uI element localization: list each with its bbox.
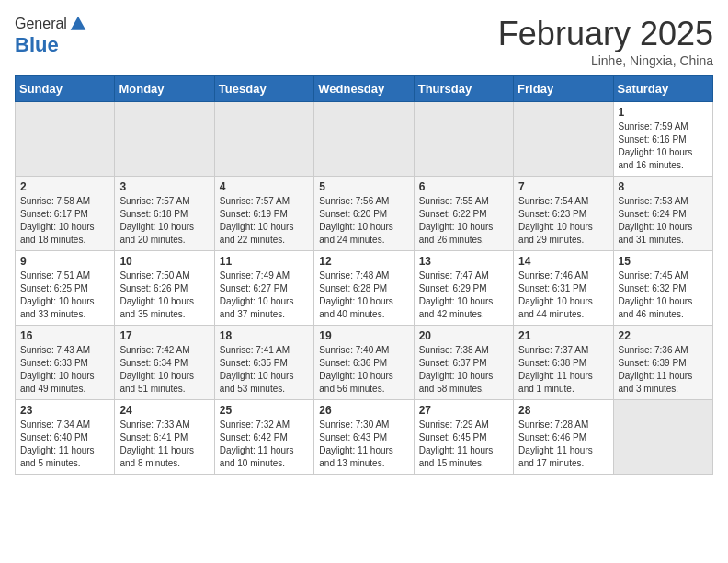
day-info: Sunrise: 7:54 AM Sunset: 6:23 PM Dayligh… — [518, 195, 608, 247]
day-info: Sunrise: 7:57 AM Sunset: 6:18 PM Dayligh… — [119, 195, 209, 247]
calendar-header-row: SundayMondayTuesdayWednesdayThursdayFrid… — [16, 76, 713, 102]
week-row-3: 9Sunrise: 7:51 AM Sunset: 6:25 PM Daylig… — [16, 251, 713, 326]
day-cell-17: 17Sunrise: 7:42 AM Sunset: 6:34 PM Dayli… — [115, 326, 214, 400]
day-info: Sunrise: 7:37 AM Sunset: 6:38 PM Dayligh… — [518, 344, 608, 396]
day-info: Sunrise: 7:34 AM Sunset: 6:40 PM Dayligh… — [20, 419, 109, 470]
day-number: 12 — [319, 255, 408, 268]
day-number: 22 — [619, 329, 708, 342]
day-number: 1 — [619, 106, 708, 119]
day-number: 8 — [619, 180, 708, 193]
day-of-week-thursday: Thursday — [414, 76, 513, 102]
day-number: 23 — [20, 404, 109, 417]
empty-cell — [613, 400, 712, 475]
day-cell-11: 11Sunrise: 7:49 AM Sunset: 6:27 PM Dayli… — [214, 251, 313, 326]
day-number: 9 — [20, 255, 109, 268]
day-number: 3 — [119, 180, 209, 193]
day-cell-23: 23Sunrise: 7:34 AM Sunset: 6:40 PM Dayli… — [16, 400, 115, 475]
day-info: Sunrise: 7:36 AM Sunset: 6:39 PM Dayligh… — [619, 344, 708, 396]
day-info: Sunrise: 7:56 AM Sunset: 6:20 PM Dayligh… — [319, 195, 408, 247]
day-info: Sunrise: 7:47 AM Sunset: 6:29 PM Dayligh… — [419, 270, 508, 321]
day-info: Sunrise: 7:32 AM Sunset: 6:42 PM Dayligh… — [220, 419, 309, 470]
day-of-week-sunday: Sunday — [16, 76, 115, 102]
day-cell-4: 4Sunrise: 7:57 AM Sunset: 6:19 PM Daylig… — [214, 177, 313, 251]
day-cell-9: 9Sunrise: 7:51 AM Sunset: 6:25 PM Daylig… — [16, 251, 115, 326]
day-cell-12: 12Sunrise: 7:48 AM Sunset: 6:28 PM Dayli… — [314, 251, 414, 326]
day-cell-19: 19Sunrise: 7:40 AM Sunset: 6:36 PM Dayli… — [314, 326, 414, 400]
day-info: Sunrise: 7:57 AM Sunset: 6:19 PM Dayligh… — [220, 195, 309, 247]
day-cell-16: 16Sunrise: 7:43 AM Sunset: 6:33 PM Dayli… — [16, 326, 115, 400]
page-header: General Blue February 2025 Linhe, Ningxi… — [15, 15, 713, 68]
day-info: Sunrise: 7:30 AM Sunset: 6:43 PM Dayligh… — [319, 419, 408, 470]
day-number: 17 — [119, 329, 209, 342]
day-cell-25: 25Sunrise: 7:32 AM Sunset: 6:42 PM Dayli… — [214, 400, 313, 475]
day-number: 6 — [419, 180, 508, 193]
logo: General Blue — [15, 15, 87, 57]
logo-blue-text: Blue — [15, 33, 59, 56]
day-number: 7 — [518, 180, 608, 193]
day-number: 26 — [319, 404, 408, 417]
day-cell-24: 24Sunrise: 7:33 AM Sunset: 6:41 PM Dayli… — [115, 400, 214, 475]
day-number: 15 — [619, 255, 708, 268]
day-info: Sunrise: 7:51 AM Sunset: 6:25 PM Dayligh… — [20, 270, 109, 321]
day-info: Sunrise: 7:53 AM Sunset: 6:24 PM Dayligh… — [619, 195, 708, 247]
day-cell-5: 5Sunrise: 7:56 AM Sunset: 6:20 PM Daylig… — [314, 177, 414, 251]
week-row-2: 2Sunrise: 7:58 AM Sunset: 6:17 PM Daylig… — [16, 177, 713, 251]
day-cell-14: 14Sunrise: 7:46 AM Sunset: 6:31 PM Dayli… — [514, 251, 613, 326]
title-section: February 2025 Linhe, Ningxia, China — [498, 15, 713, 68]
day-info: Sunrise: 7:46 AM Sunset: 6:31 PM Dayligh… — [518, 270, 608, 321]
day-cell-22: 22Sunrise: 7:36 AM Sunset: 6:39 PM Dayli… — [613, 326, 712, 400]
day-number: 5 — [319, 180, 408, 193]
day-info: Sunrise: 7:43 AM Sunset: 6:33 PM Dayligh… — [20, 344, 109, 396]
day-number: 21 — [518, 329, 608, 342]
day-number: 4 — [220, 180, 309, 193]
page-subtitle: Linhe, Ningxia, China — [498, 53, 713, 68]
day-cell-10: 10Sunrise: 7:50 AM Sunset: 6:26 PM Dayli… — [115, 251, 214, 326]
day-number: 20 — [419, 329, 508, 342]
day-of-week-monday: Monday — [115, 76, 214, 102]
day-of-week-wednesday: Wednesday — [314, 76, 414, 102]
week-row-5: 23Sunrise: 7:34 AM Sunset: 6:40 PM Dayli… — [16, 400, 713, 475]
day-cell-26: 26Sunrise: 7:30 AM Sunset: 6:43 PM Dayli… — [314, 400, 414, 475]
day-of-week-tuesday: Tuesday — [214, 76, 313, 102]
logo-icon — [69, 15, 87, 33]
page-title: February 2025 — [498, 15, 713, 53]
day-number: 10 — [119, 255, 209, 268]
day-number: 11 — [220, 255, 309, 268]
day-cell-15: 15Sunrise: 7:45 AM Sunset: 6:32 PM Dayli… — [613, 251, 712, 326]
day-cell-7: 7Sunrise: 7:54 AM Sunset: 6:23 PM Daylig… — [514, 177, 613, 251]
day-info: Sunrise: 7:41 AM Sunset: 6:35 PM Dayligh… — [220, 344, 309, 396]
calendar-table: SundayMondayTuesdayWednesdayThursdayFrid… — [15, 75, 713, 475]
day-number: 25 — [220, 404, 309, 417]
day-info: Sunrise: 7:28 AM Sunset: 6:46 PM Dayligh… — [518, 419, 608, 470]
day-cell-21: 21Sunrise: 7:37 AM Sunset: 6:38 PM Dayli… — [514, 326, 613, 400]
day-number: 28 — [518, 404, 608, 417]
day-number: 27 — [419, 404, 508, 417]
day-info: Sunrise: 7:42 AM Sunset: 6:34 PM Dayligh… — [119, 344, 209, 396]
empty-cell — [115, 102, 214, 177]
day-cell-8: 8Sunrise: 7:53 AM Sunset: 6:24 PM Daylig… — [613, 177, 712, 251]
empty-cell — [514, 102, 613, 177]
empty-cell — [314, 102, 414, 177]
day-info: Sunrise: 7:29 AM Sunset: 6:45 PM Dayligh… — [419, 419, 508, 470]
day-cell-13: 13Sunrise: 7:47 AM Sunset: 6:29 PM Dayli… — [414, 251, 513, 326]
day-cell-18: 18Sunrise: 7:41 AM Sunset: 6:35 PM Dayli… — [214, 326, 313, 400]
day-cell-2: 2Sunrise: 7:58 AM Sunset: 6:17 PM Daylig… — [16, 177, 115, 251]
day-cell-27: 27Sunrise: 7:29 AM Sunset: 6:45 PM Dayli… — [414, 400, 513, 475]
day-number: 19 — [319, 329, 408, 342]
day-info: Sunrise: 7:59 AM Sunset: 6:16 PM Dayligh… — [619, 121, 708, 172]
day-number: 16 — [20, 329, 109, 342]
day-info: Sunrise: 7:58 AM Sunset: 6:17 PM Dayligh… — [20, 195, 109, 247]
day-info: Sunrise: 7:45 AM Sunset: 6:32 PM Dayligh… — [619, 270, 708, 321]
day-number: 14 — [518, 255, 608, 268]
svg-marker-0 — [71, 17, 86, 30]
day-cell-1: 1Sunrise: 7:59 AM Sunset: 6:16 PM Daylig… — [613, 102, 712, 177]
day-number: 18 — [220, 329, 309, 342]
day-cell-28: 28Sunrise: 7:28 AM Sunset: 6:46 PM Dayli… — [514, 400, 613, 475]
empty-cell — [414, 102, 513, 177]
day-info: Sunrise: 7:55 AM Sunset: 6:22 PM Dayligh… — [419, 195, 508, 247]
day-cell-20: 20Sunrise: 7:38 AM Sunset: 6:37 PM Dayli… — [414, 326, 513, 400]
day-cell-6: 6Sunrise: 7:55 AM Sunset: 6:22 PM Daylig… — [414, 177, 513, 251]
empty-cell — [214, 102, 313, 177]
logo-general-text: General — [15, 16, 67, 32]
day-info: Sunrise: 7:49 AM Sunset: 6:27 PM Dayligh… — [220, 270, 309, 321]
